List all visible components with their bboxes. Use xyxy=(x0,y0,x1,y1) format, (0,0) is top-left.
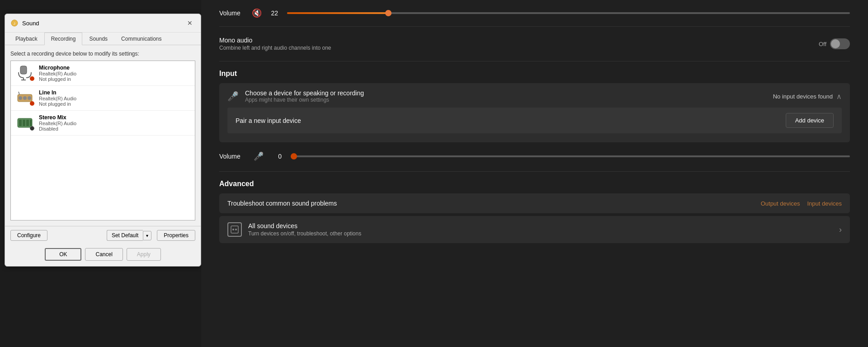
input-volume-row: Volume 🎤 0 xyxy=(219,151,850,161)
svg-rect-15 xyxy=(231,226,238,233)
svg-line-9 xyxy=(19,92,19,94)
device-driver-stereomix: Realtek(R) Audio xyxy=(39,121,76,126)
sound-app-icon: ♪ xyxy=(10,19,19,27)
dialog-buttons-row: Configure Set Default ▾ Properties xyxy=(5,226,201,244)
mono-audio-row: Mono audio Combine left and right audio … xyxy=(219,35,850,53)
mono-audio-section: Mono audio Combine left and right audio … xyxy=(219,27,850,61)
ok-button[interactable]: OK xyxy=(45,248,81,261)
no-devices-text: No input devices found xyxy=(773,93,833,100)
troubleshoot-links: Output devices Input devices xyxy=(761,200,842,207)
input-device-primary: Choose a device for speaking or recordin… xyxy=(245,89,364,97)
device-item-linein[interactable]: Line In Realtek(R) Audio Not plugged in xyxy=(11,86,195,111)
dialog-ok-cancel: OK Cancel Apply xyxy=(5,244,201,266)
device-name: Microphone xyxy=(39,65,76,71)
cancel-button[interactable]: Cancel xyxy=(85,248,123,261)
chevron-right-icon: › xyxy=(839,225,842,234)
input-section-title: Input xyxy=(219,70,850,78)
tab-playback[interactable]: Playback xyxy=(9,33,44,45)
device-list: Microphone Realtek(R) Audio Not plugged … xyxy=(10,61,195,220)
all-devices-subtitle: Turn devices on/off, troubleshoot, other… xyxy=(248,230,361,237)
recording-instruction: Select a recording device below to modif… xyxy=(10,51,195,57)
set-default-arrow-button[interactable]: ▾ xyxy=(143,231,151,240)
configure-button[interactable]: Configure xyxy=(10,230,47,241)
set-default-group: Set Default ▾ xyxy=(107,230,151,241)
device-item-stereomix[interactable]: Stereo Mix Realtek(R) Audio Disabled xyxy=(11,111,195,136)
pair-device-card: Pair a new input device Add device xyxy=(227,108,842,133)
dialog-content: Select a recording device below to modif… xyxy=(5,45,201,226)
linein-icon xyxy=(15,89,34,107)
input-section: Input 🎤 Choose a device for speaking or … xyxy=(219,61,850,172)
input-volume-number: 0 xyxy=(271,153,282,160)
advanced-section: Advanced Troubleshoot common sound probl… xyxy=(219,172,850,251)
svg-point-6 xyxy=(19,96,22,100)
device-status-stereomix: Disabled xyxy=(39,126,76,131)
troubleshoot-row: Troubleshoot common sound problems Outpu… xyxy=(219,193,850,213)
red-status-dot xyxy=(30,76,34,81)
all-devices-left: All sound devices Turn devices on/off, t… xyxy=(227,222,361,237)
svg-rect-14 xyxy=(30,120,32,126)
input-device-card[interactable]: 🎤 Choose a device for speaking or record… xyxy=(219,83,850,142)
input-volume-row-wrap: Volume 🎤 0 xyxy=(219,145,850,163)
mono-audio-toggle-group: Off xyxy=(819,38,850,49)
properties-button[interactable]: Properties xyxy=(157,230,195,241)
device-item-microphone[interactable]: Microphone Realtek(R) Audio Not plugged … xyxy=(11,61,195,86)
toggle-knob xyxy=(831,39,840,48)
device-status-linein: Not plugged in xyxy=(39,101,76,107)
settings-panel: Volume 🔇 22 Mono audio Combine left and … xyxy=(201,0,868,347)
add-device-button[interactable]: Add device xyxy=(786,113,834,128)
mono-audio-text: Mono audio Combine left and right audio … xyxy=(219,37,331,51)
svg-point-8 xyxy=(28,96,31,100)
output-volume-number: 22 xyxy=(267,9,278,17)
output-volume-slider[interactable] xyxy=(287,12,850,14)
svg-rect-13 xyxy=(26,120,29,126)
output-devices-link[interactable]: Output devices xyxy=(761,200,800,207)
disabled-dot xyxy=(30,126,34,131)
device-name-linein: Line In xyxy=(39,89,76,96)
dialog-close-button[interactable]: ✕ xyxy=(184,18,195,28)
svg-point-16 xyxy=(232,229,234,230)
all-devices-icon xyxy=(227,222,242,237)
all-devices-card[interactable]: All sound devices Turn devices on/off, t… xyxy=(219,216,850,243)
svg-point-17 xyxy=(235,229,237,230)
set-default-button[interactable]: Set Default xyxy=(107,230,143,241)
device-status: Not plugged in xyxy=(39,76,76,82)
svg-point-7 xyxy=(23,96,27,100)
troubleshoot-label: Troubleshoot common sound problems xyxy=(227,200,337,207)
device-info-microphone: Microphone Realtek(R) Audio Not plugged … xyxy=(39,65,76,82)
mono-audio-toggle[interactable] xyxy=(830,38,850,49)
input-device-header: 🎤 Choose a device for speaking or record… xyxy=(227,89,842,103)
input-volume-slider[interactable] xyxy=(291,155,850,157)
advanced-section-title: Advanced xyxy=(219,180,850,188)
tab-communications[interactable]: Communications xyxy=(114,33,168,45)
red-status-dot-linein xyxy=(30,101,34,106)
device-info-stereomix: Stereo Mix Realtek(R) Audio Disabled xyxy=(39,114,76,131)
svg-rect-2 xyxy=(20,66,27,74)
input-devices-link[interactable]: Input devices xyxy=(807,200,842,207)
input-mic-icon: 🎤 xyxy=(254,151,264,161)
mute-icon[interactable]: 🔇 xyxy=(252,8,262,18)
all-devices-text: All sound devices Turn devices on/off, t… xyxy=(248,222,361,237)
output-volume-row: Volume 🔇 22 xyxy=(219,8,850,18)
pair-device-label: Pair a new input device xyxy=(236,117,301,124)
svg-rect-12 xyxy=(23,120,25,126)
input-volume-thumb[interactable] xyxy=(291,153,297,159)
sound-dialog: ♪ Sound ✕ Playback Recording Sounds Comm… xyxy=(5,14,201,267)
mono-audio-state: Off xyxy=(819,41,826,47)
microphone-icon xyxy=(15,65,34,82)
output-volume-label: Volume xyxy=(219,9,246,17)
output-volume-thumb[interactable] xyxy=(385,10,392,16)
input-device-text: Choose a device for speaking or recordin… xyxy=(245,89,364,103)
input-device-secondary: Apps might have their own settings xyxy=(245,97,364,103)
apply-button[interactable]: Apply xyxy=(127,248,161,261)
mono-audio-title: Mono audio xyxy=(219,37,331,44)
all-devices-title: All sound devices xyxy=(248,222,361,230)
tab-recording[interactable]: Recording xyxy=(44,33,83,45)
input-volume-label: Volume xyxy=(219,153,246,160)
output-volume-fill xyxy=(287,12,388,14)
mono-audio-subtitle: Combine left and right audio channels in… xyxy=(219,45,331,51)
dialog-title: Sound xyxy=(22,20,184,27)
device-driver: Realtek(R) Audio xyxy=(39,71,76,76)
svg-text:♪: ♪ xyxy=(14,21,16,26)
device-name-stereomix: Stereo Mix xyxy=(39,114,76,121)
tab-sounds[interactable]: Sounds xyxy=(82,33,114,45)
